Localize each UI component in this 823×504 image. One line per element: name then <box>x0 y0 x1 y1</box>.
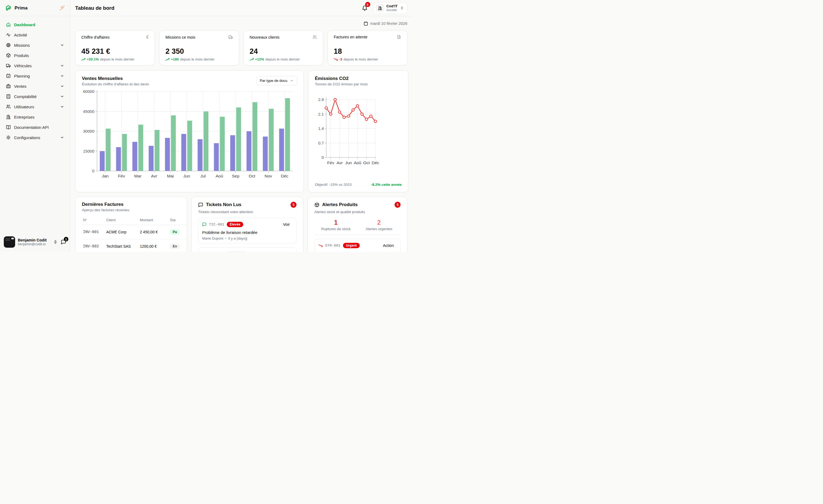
sidebar-item-documentation-api[interactable]: Documentation API <box>3 122 67 132</box>
file-text-icon <box>397 35 401 39</box>
sidebar-item-label: Véhicules <box>14 63 57 68</box>
divider <box>314 235 400 235</box>
avatar <box>4 236 15 248</box>
alert-item[interactable]: STR-001 Urgent Action Sangles de transpo… <box>314 239 400 252</box>
sidebar-item-ventes[interactable]: Ventes <box>3 81 67 91</box>
company-name: Cod'IT <box>386 4 397 8</box>
chart-type-select-value: Par type de docu <box>260 78 287 83</box>
chevrons-up-down-icon[interactable] <box>53 240 57 244</box>
sidebar-item-label: Dashboard <box>14 22 64 27</box>
sidebar-item-utilisateurs[interactable]: Utilisateurs <box>3 102 67 111</box>
svg-text:Jun: Jun <box>183 174 190 178</box>
svg-text:Jul: Jul <box>200 174 206 178</box>
view-ticket-button[interactable]: Voir <box>280 251 293 252</box>
svg-text:0.7: 0.7 <box>318 141 324 145</box>
notifications-button[interactable]: 5 <box>361 4 369 12</box>
company-type: Société <box>386 8 397 12</box>
invoice-amount: 1200,00 € <box>139 239 169 252</box>
sidebar-item-label: Ventes <box>14 84 57 88</box>
users-icon <box>6 104 11 109</box>
sidebar-item-activite[interactable]: Activité <box>3 30 67 39</box>
chart-type-select[interactable]: Par type de docu <box>256 76 297 85</box>
sidebar-item-missions[interactable]: Missions <box>3 40 67 50</box>
notification-badge: 5 <box>365 2 370 7</box>
sidebar-item-vehicules[interactable]: Véhicules <box>3 61 67 70</box>
trending-down-icon <box>318 244 323 247</box>
co2-chart-title: Émissions CO2 <box>315 76 368 81</box>
ticket-time: Il y a {days}j <box>228 236 247 240</box>
svg-text:Jun: Jun <box>345 161 352 165</box>
kpi-value: 18 <box>334 47 401 56</box>
alerts-subtitle: Alertes stock et qualité produits <box>314 210 400 214</box>
kpi-grid: Chiffre d'affaires € 45 231 € +20.1% dep… <box>75 30 407 65</box>
package-icon <box>314 202 319 207</box>
sales-chart-subtitle: Évolution du chiffre d'affaires et des d… <box>82 82 149 86</box>
stockout-label: Ruptures de stock <box>314 227 358 231</box>
tickets-card: Tickets Non Lus 5 Tickets nécessitant vo… <box>191 197 303 252</box>
alerts-card: Alertes Produits 5 Alertes stock et qual… <box>308 197 407 252</box>
svg-text:Déc: Déc <box>281 174 288 178</box>
kpi-value: 24 <box>250 47 317 56</box>
co2-chart-subtitle: Tonnes de CO2 émises par mois <box>315 82 368 86</box>
kpi-value: 2 350 <box>165 47 233 56</box>
main-area: Tableau de bord 5 Cod'IT Société mardi 1… <box>70 0 412 252</box>
message-square-icon <box>202 222 206 227</box>
tickets-subtitle: Tickets nécessitant votre attention <box>198 210 297 214</box>
chevrons-up-down-icon <box>400 6 404 10</box>
ticket-item[interactable]: TIC-001 Élevée Voir Problème de livraiso… <box>198 218 297 244</box>
svg-text:Fév: Fév <box>327 161 334 165</box>
kpi-title: Factures en attente <box>334 35 368 39</box>
ticket-item[interactable]: TIC-002 Moyenne Voir <box>198 247 297 252</box>
alerts-title: Alertes Produits <box>322 202 358 207</box>
trending-down-icon <box>334 58 338 61</box>
alert-action-button[interactable]: Action <box>380 242 396 249</box>
tickets-count-badge: 5 <box>291 202 297 208</box>
table-row[interactable]: INV-002 TechStart SAS 1200,00 € En <box>82 239 187 252</box>
sidebar-item-label: Configurations <box>14 135 57 140</box>
alert-id: STR-001 <box>325 244 341 248</box>
book-open-icon <box>6 125 11 130</box>
dot-separator <box>225 236 226 240</box>
content: mardi 10 février 2026 Chiffre d'affaires… <box>70 16 412 252</box>
invoices-title: Dernières Factures <box>82 202 180 207</box>
kpi-card-invoices: Factures en attente 18 -3 depuis le mois… <box>328 30 407 65</box>
building-icon <box>6 114 11 119</box>
trending-up-icon <box>81 58 86 61</box>
severity-badge: Urgent <box>343 243 360 248</box>
svg-text:15000: 15000 <box>83 149 94 154</box>
company-selector[interactable]: Cod'IT Société <box>373 2 407 14</box>
svg-text:Oct: Oct <box>249 174 256 178</box>
ticket-id: TIC-002 <box>209 252 224 252</box>
urgent-label: Alertes urgentes <box>358 227 401 231</box>
sidebar-item-comptabilite[interactable]: Comptabilité <box>3 92 67 101</box>
invoices-subtitle: Aperçu des factures récentes <box>82 208 180 212</box>
invoice-client: TechStart SAS <box>105 239 139 252</box>
sidebar: Prima Dashboard Activité Missions Produi… <box>0 0 70 252</box>
sidebar-item-produits[interactable]: Produits <box>3 51 67 60</box>
view-ticket-button[interactable]: Voir <box>280 221 293 228</box>
sidebar-user[interactable]: Benjamin Codit benjamin@codit.io 1 <box>0 233 70 252</box>
ticket-author: Marie Dupont <box>202 236 223 240</box>
sidebar-item-dashboard[interactable]: Dashboard <box>3 20 67 29</box>
kpi-suffix: depuis le mois dernier <box>100 57 134 61</box>
sidebar-item-label: Utilisateurs <box>14 104 57 109</box>
sidebar-item-label: Comptabilité <box>14 94 57 99</box>
sparkles-icon[interactable] <box>59 5 65 11</box>
invoice-number: INV-002 <box>82 239 105 252</box>
priority-badge: Élevée <box>227 222 243 227</box>
chat-button[interactable]: 1 <box>61 239 66 245</box>
sidebar-item-entreprises[interactable]: Entreprises <box>3 112 67 121</box>
urgent-stat: 2 Alertes urgentes <box>358 219 401 231</box>
svg-text:1.4: 1.4 <box>318 126 324 131</box>
sidebar-item-planning[interactable]: Planning <box>3 71 67 80</box>
package-icon <box>6 53 11 58</box>
co2-chart-card: Émissions CO2 Tonnes de CO2 émises par m… <box>308 70 408 192</box>
priority-badge: Moyenne <box>227 251 247 252</box>
kpi-card-missions: Missions ce mois 2 350 +180 depuis le mo… <box>159 30 239 65</box>
sidebar-item-configurations[interactable]: Configurations <box>3 133 67 142</box>
co2-objective: Objectif: -15% vs 2023 <box>315 183 352 187</box>
calendar-icon <box>363 21 368 26</box>
kpi-card-revenue: Chiffre d'affaires € 45 231 € +20.1% dep… <box>75 30 155 65</box>
stockout-stat: 1 Ruptures de stock <box>314 219 358 231</box>
table-row[interactable]: INV-001 ACME Corp 2 450,00 € Pa <box>82 225 187 239</box>
